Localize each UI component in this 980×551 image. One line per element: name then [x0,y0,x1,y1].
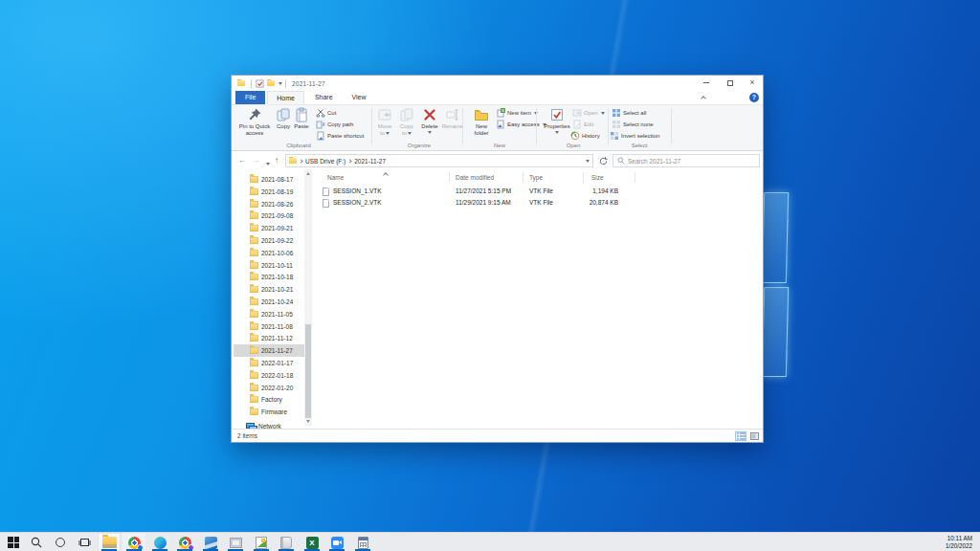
edge-icon [154,537,167,549]
invert-selection-button[interactable]: Invert selection [610,131,659,141]
nav-folder[interactable]: 2022-01-18 [234,369,304,382]
file-row[interactable]: SESSION_1.VTK 11/27/2021 5:15 PM VTK Fil… [312,186,757,197]
paste-shortcut-button[interactable]: Paste shortcut [316,131,364,141]
copy-path-icon [316,120,325,129]
nav-folder[interactable]: 2021-11-08 [234,320,304,333]
refresh-icon[interactable] [598,156,609,166]
qat-new-folder-icon[interactable] [266,78,276,88]
nav-folder[interactable]: 2021-08-19 [234,186,304,198]
nav-folder[interactable]: Firmware [234,406,304,418]
recent-locations-icon[interactable] [265,160,270,166]
ribbon-separator [371,108,372,144]
nav-folder[interactable]: Factory [234,393,304,406]
help-icon[interactable]: ? [749,93,759,102]
scrollbar-thumb[interactable] [305,324,311,418]
new-item-icon [496,108,505,118]
scroll-up-icon[interactable] [306,172,310,175]
easy-access-button[interactable]: Easy access [496,120,546,129]
select-all-button[interactable]: Select all [612,108,646,118]
taskbar-clock[interactable]: 10:11 AM 1/20/2022 [946,535,972,550]
tab-file[interactable]: File [235,91,265,104]
column-size[interactable]: Size [591,174,604,181]
taskbar-app-edge[interactable] [152,535,167,550]
nav-network[interactable]: Network [234,420,304,429]
details-view-button[interactable] [735,431,746,441]
nav-folder[interactable]: 2021-10-21 [234,283,304,296]
back-icon[interactable]: ← [238,155,246,165]
edit-button[interactable]: Edit [572,120,593,129]
nav-folder[interactable]: 2022-01-17 [234,357,304,369]
copy-path-button[interactable]: Copy path [316,120,353,129]
rename-button[interactable]: Rename [441,107,464,130]
nav-folder[interactable]: 2021-08-17 [234,173,304,186]
nav-folder[interactable]: 2021-09-08 [234,209,304,222]
nav-folder[interactable]: 2022-01-20 [234,382,304,394]
cut-button[interactable]: Cut [316,108,336,118]
pin-to-quick-access-button[interactable]: Pin to Quick access [234,107,275,137]
breadcrumb-root[interactable]: USB Drive (F:) [305,158,345,165]
taskbar-app-chrome-profile[interactable] [177,535,192,550]
nav-folder-selected[interactable]: 2021-11-27 [234,344,304,357]
address-bar[interactable]: USB Drive (F:) 2021-11-27 [285,154,593,167]
taskbar-app-calculator[interactable] [355,535,370,550]
minimize-button[interactable] [700,77,713,88]
delete-button[interactable]: Delete [419,107,440,134]
taskbar-app-file-explorer[interactable] [101,535,117,550]
nav-folder[interactable]: 2021-10-18 [234,271,304,283]
folder-icon [250,311,258,318]
up-icon[interactable]: ↑ [275,155,278,165]
task-view-button[interactable] [77,535,92,550]
taskbar-app-green[interactable] [254,535,269,550]
nav-folder[interactable]: 2021-11-12 [234,332,304,344]
thumbnails-view-button[interactable] [748,431,760,441]
maximize-button[interactable] [724,77,737,88]
title-bar[interactable]: 2021-11-27 × [232,76,763,91]
history-button[interactable]: History [570,131,600,141]
column-name[interactable]: Name [327,174,344,181]
forward-icon[interactable]: → [252,155,259,165]
nav-scrollbar[interactable] [304,169,312,426]
paste-button[interactable]: Paste [293,107,310,130]
nav-folder[interactable]: 2021-11-05 [234,308,304,320]
nav-folder[interactable]: 2021-10-11 [234,259,304,272]
tab-view[interactable]: View [344,91,375,104]
taskbar-search-button[interactable] [29,535,44,550]
file-row[interactable]: SESSION_2.VTK 11/29/2021 9:15 AM VTK Fil… [312,197,757,209]
address-dropdown-icon[interactable] [585,158,590,165]
new-folder-button[interactable]: New folder [468,107,495,137]
taskbar-app-zoom[interactable] [329,535,345,550]
tab-share[interactable]: Share [306,91,342,104]
nav-folder[interactable]: 2021-08-26 [234,198,304,210]
tab-home[interactable]: Home [267,91,304,104]
taskbar-app-gray[interactable] [228,535,243,550]
nav-folder[interactable]: 2021-10-24 [234,296,304,308]
column-type[interactable]: Type [529,174,543,181]
nav-folder[interactable]: 2021-10-06 [234,247,304,259]
properties-button[interactable]: Properties [543,107,571,134]
scroll-down-icon[interactable] [306,420,310,423]
taskbar-app-excel[interactable]: X [304,535,320,550]
taskbar-app-notebook[interactable] [278,535,294,550]
cortana-button[interactable] [53,535,68,550]
move-to-button[interactable]: Move to [375,107,394,137]
copy-button[interactable]: Copy [275,107,292,130]
copy-to-button[interactable]: Copy to [397,107,416,137]
file-name[interactable]: SESSION_2.VTK [333,199,382,206]
taskbar-app-blue[interactable] [203,535,218,550]
nav-folder[interactable]: 2021-09-21 [234,222,304,234]
move-to-icon [377,107,392,122]
close-button[interactable]: × [746,77,759,88]
qat-properties-icon[interactable] [255,78,264,88]
file-name[interactable]: SESSION_1.VTK [333,187,382,194]
select-none-button[interactable]: Select none [612,120,654,129]
start-button[interactable] [6,535,21,550]
qat-dropdown-icon[interactable] [278,82,282,85]
breadcrumb-folder[interactable]: 2021-11-27 [354,158,386,165]
new-item-button[interactable]: New item [496,108,538,118]
nav-folder[interactable]: 2021-09-22 [234,234,304,247]
search-input[interactable]: Search 2021-11-27 [612,154,760,167]
column-date-modified[interactable]: Date modified [456,174,494,181]
ribbon-collapse-icon[interactable] [702,95,707,100]
taskbar-app-chrome[interactable] [126,535,142,550]
open-button[interactable]: Open [572,108,605,118]
